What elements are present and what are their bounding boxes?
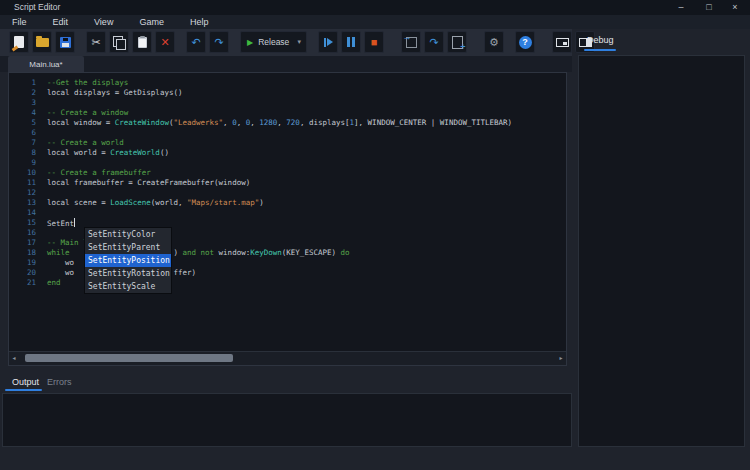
stop-button[interactable]: ■: [364, 31, 384, 53]
paste-button[interactable]: [132, 31, 152, 53]
code-line[interactable]: 11local framebuffer = CreateFramebuffer(…: [9, 178, 566, 188]
undo-arrow-icon: ↶: [191, 37, 200, 48]
cut-button[interactable]: ✂: [86, 31, 106, 53]
code-line[interactable]: 2local displays = GetDisplays(): [9, 88, 566, 98]
save-button[interactable]: [55, 31, 75, 53]
line-number[interactable]: 14: [9, 208, 36, 218]
open-folder-icon: [36, 38, 49, 47]
settings-button[interactable]: ⚙: [484, 31, 504, 53]
step-into-button[interactable]: [401, 31, 421, 53]
line-number[interactable]: 4: [9, 108, 36, 118]
step-button[interactable]: [318, 31, 338, 53]
search-doc-icon: [452, 36, 463, 49]
title-bar[interactable]: Script Editor – □ ×: [0, 0, 750, 15]
run-button[interactable]: ▶Release▾: [240, 31, 307, 53]
undo-button[interactable]: ↶: [186, 31, 206, 53]
line-number[interactable]: 18: [9, 248, 36, 258]
line-number[interactable]: 16: [9, 228, 36, 238]
stop-square-icon: ■: [371, 37, 378, 48]
maximize-button[interactable]: □: [696, 0, 722, 15]
step-into-icon: [406, 37, 417, 48]
delete-button[interactable]: ✕: [155, 31, 175, 53]
tab-output[interactable]: Output: [12, 377, 39, 387]
code-line[interactable]: 7-- Create a world: [9, 138, 566, 148]
line-number[interactable]: 5: [9, 118, 36, 128]
code-line[interactable]: 9: [9, 158, 566, 168]
line-number[interactable]: 1: [9, 78, 36, 88]
chevron-down-icon[interactable]: ▾: [297, 38, 301, 46]
code-text: -- Create a world: [47, 138, 124, 148]
code-editor[interactable]: 1--Get the displays2local displays = Get…: [8, 72, 567, 366]
step-play-icon: [324, 38, 333, 47]
line-number[interactable]: 7: [9, 138, 36, 148]
line-number[interactable]: 20: [9, 268, 36, 278]
tab-output-label: Output: [12, 377, 39, 387]
line-number[interactable]: 21: [9, 278, 36, 288]
scroll-right-arrow-icon[interactable]: ▸: [556, 352, 566, 364]
code-line[interactable]: 10-- Create a framebuffer: [9, 168, 566, 178]
line-number[interactable]: 3: [9, 98, 36, 108]
code-text: -- Create a window: [47, 108, 128, 118]
autocomplete-item[interactable]: SetEntityPosition: [85, 254, 171, 267]
menu-view[interactable]: View: [81, 17, 126, 27]
new-script-button[interactable]: [9, 31, 29, 53]
line-number[interactable]: 9: [9, 158, 36, 168]
line-number[interactable]: 8: [9, 148, 36, 158]
help-button[interactable]: [515, 31, 535, 53]
code-line[interactable]: 6: [9, 128, 566, 138]
code-text: local world = CreateWorld(): [47, 148, 169, 158]
autocomplete-item[interactable]: SetEntityColor: [85, 228, 171, 241]
line-number[interactable]: 15: [9, 218, 36, 228]
line-number[interactable]: 13: [9, 198, 36, 208]
menu-file[interactable]: File: [0, 17, 40, 27]
menu-edit[interactable]: Edit: [40, 17, 82, 27]
step-over-icon: ↷: [429, 37, 438, 48]
run-config-label: Release: [258, 37, 297, 47]
tab-debug[interactable]: Debug: [587, 35, 614, 45]
minimize-button[interactable]: –: [668, 0, 694, 15]
pause-button[interactable]: [341, 31, 361, 53]
tab-errors-label: Errors: [47, 377, 72, 387]
step-over-button[interactable]: ↷: [424, 31, 444, 53]
code-line[interactable]: 14: [9, 208, 566, 218]
tab-main-lua[interactable]: Main.lua*: [8, 56, 84, 72]
code-text: SetEnt: [47, 218, 75, 228]
open-button[interactable]: [32, 31, 52, 53]
code-line[interactable]: 1--Get the displays: [9, 78, 566, 88]
tab-errors[interactable]: Errors: [47, 377, 72, 387]
menu-help[interactable]: Help: [177, 17, 222, 27]
code-text: local framebuffer = CreateFramebuffer(wi…: [47, 178, 250, 188]
line-number[interactable]: 17: [9, 238, 36, 248]
line-number[interactable]: 11: [9, 178, 36, 188]
copy-button[interactable]: [109, 31, 129, 53]
code-line[interactable]: 12: [9, 188, 566, 198]
code-line[interactable]: 4-- Create a window: [9, 108, 566, 118]
autocomplete-item[interactable]: SetEntityRotation: [85, 267, 171, 280]
code-text: -- Create a framebuffer: [47, 168, 151, 178]
line-number[interactable]: 2: [9, 88, 36, 98]
window-title: Script Editor: [14, 2, 60, 12]
toggle-bottom-panel-button[interactable]: [552, 31, 572, 53]
line-number[interactable]: 12: [9, 188, 36, 198]
close-x-icon: ✕: [160, 37, 169, 48]
code-text: local displays = GetDisplays(): [47, 88, 182, 98]
code-line[interactable]: 13local scene = LoadScene(world, "Maps/s…: [9, 198, 566, 208]
line-number[interactable]: 6: [9, 128, 36, 138]
line-number[interactable]: 10: [9, 168, 36, 178]
paste-icon: [138, 37, 147, 48]
autocomplete-item[interactable]: SetEntityScale: [85, 280, 171, 293]
horizontal-scrollbar[interactable]: ◂ ▸: [9, 351, 566, 365]
scroll-left-arrow-icon[interactable]: ◂: [9, 352, 19, 364]
close-button[interactable]: ×: [722, 0, 748, 15]
menu-game[interactable]: Game: [126, 17, 177, 27]
code-line[interactable]: 5local window = CreateWindow("Leadwerks"…: [9, 118, 566, 128]
debug-tab-underline: [584, 49, 616, 51]
code-line[interactable]: 8local world = CreateWorld(): [9, 148, 566, 158]
autocomplete-item[interactable]: SetEntityParent: [85, 241, 171, 254]
scrollbar-thumb[interactable]: [25, 354, 233, 362]
code-line[interactable]: 3: [9, 98, 566, 108]
find-button[interactable]: [447, 31, 467, 53]
redo-button[interactable]: ↷: [209, 31, 229, 53]
save-floppy-icon: [60, 37, 71, 48]
line-number[interactable]: 19: [9, 258, 36, 268]
